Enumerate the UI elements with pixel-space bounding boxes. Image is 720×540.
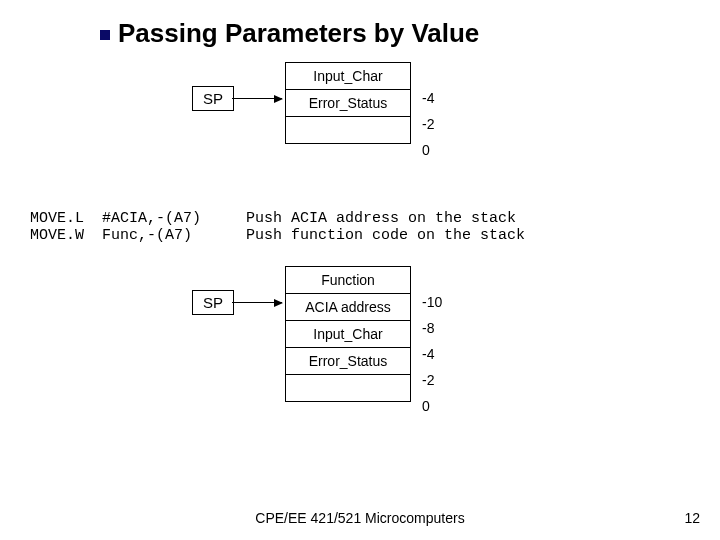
sp-label-1: SP [192, 86, 234, 111]
arrow-icon [232, 302, 282, 303]
page-number: 12 [684, 510, 700, 526]
code-block: MOVE.L #ACIA,-(A7) Push ACIA address on … [30, 210, 525, 244]
footer-course: CPE/EE 421/521 Microcomputers [255, 510, 464, 526]
stack-row: Error_Status [286, 347, 410, 374]
stack-after-offsets: -10 -8 -4 -2 0 [422, 289, 442, 419]
stack-row [286, 116, 410, 144]
sp-label-2: SP [192, 290, 234, 315]
title-text: Passing Parameters by Value [118, 18, 479, 48]
stack-row: Input_Char [286, 62, 410, 89]
title-bullet-icon [100, 30, 110, 40]
stack-row: Input_Char [286, 320, 410, 347]
stack-row: Error_Status [286, 89, 410, 116]
stack-row: ACIA address [286, 293, 410, 320]
stack-row [286, 374, 410, 402]
page-title: Passing Parameters by Value [100, 18, 479, 49]
stack-after: Function ACIA address Input_Char Error_S… [285, 266, 411, 402]
arrow-icon [232, 98, 282, 99]
stack-row: Function [286, 266, 410, 293]
stack-before: Input_Char Error_Status [285, 62, 411, 144]
stack-before-offsets: -4 -2 0 [422, 85, 434, 163]
